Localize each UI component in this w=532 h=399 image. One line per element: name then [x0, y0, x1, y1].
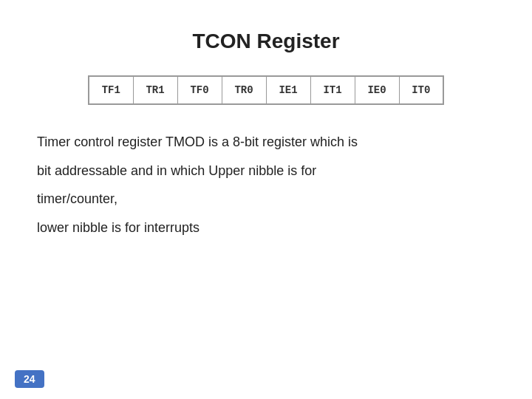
register-bit-7: IT0 [399, 76, 443, 104]
slide-number: 24 [15, 370, 44, 388]
register-bit-2: TF0 [177, 76, 222, 104]
paragraph-3: timer/counter, [37, 188, 495, 211]
register-bit-6: IE0 [355, 76, 399, 104]
content-text: Timer control register TMOD is a 8-bit r… [30, 131, 502, 239]
register-bit-4: IE1 [266, 76, 310, 104]
slide-container: TCON Register TF1TR1TF0TR0IE1IT1IE0IT0 T… [0, 0, 532, 399]
paragraph-2: bit addressable and in which Upper nibbl… [37, 160, 495, 183]
register-bit-5: IT1 [310, 76, 355, 104]
paragraph-4: lower nibble is for interrupts [37, 216, 495, 239]
register-bit-0: TF1 [89, 76, 133, 104]
paragraph-1: Timer control register TMOD is a 8-bit r… [37, 131, 495, 154]
register-table-wrapper: TF1TR1TF0TR0IE1IT1IE0IT0 [30, 75, 502, 105]
register-table: TF1TR1TF0TR0IE1IT1IE0IT0 [88, 75, 444, 105]
register-bit-1: TR1 [133, 76, 177, 104]
slide-title: TCON Register [30, 30, 502, 53]
register-bit-3: TR0 [222, 76, 266, 104]
